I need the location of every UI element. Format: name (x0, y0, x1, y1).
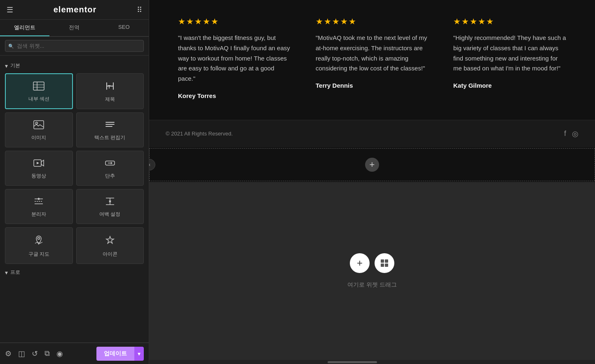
basic-widget-grid: 내부 섹션 T 제목 (5, 73, 144, 264)
drop-buttons: + (350, 253, 394, 273)
widget-google-maps-label: 구글 지도 (28, 251, 49, 258)
widget-spacer-label: 여백 설정 (99, 211, 120, 218)
image-icon (33, 120, 44, 131)
facebook-icon[interactable]: f (564, 129, 566, 138)
button-icon (105, 159, 115, 169)
svg-rect-5 (34, 121, 44, 129)
drop-hint: 여기로 위젯 드래그 (347, 281, 397, 289)
testimonial-column-1: ★★★★★ "I wasn't the biggest fitness guy,… (166, 16, 303, 99)
widget-video-label: 동영상 (31, 173, 46, 180)
widget-video[interactable]: 동영상 (5, 151, 73, 186)
svg-text:T: T (108, 85, 110, 89)
testimonial-text-2: "MotivAQ took me to the next level of my… (316, 33, 429, 74)
widget-button-label: 단추 (105, 173, 115, 180)
stars-2: ★★★★★ (316, 16, 429, 26)
testimonial-name-2: Terry Dennis (316, 82, 429, 89)
search-input[interactable] (5, 40, 144, 52)
left-header: ☰ elementor ⠿ (0, 0, 149, 20)
widget-button[interactable]: 단추 (76, 151, 144, 186)
widget-heading[interactable]: T 제목 (76, 73, 144, 109)
widget-inner-section-label: 내부 섹션 (28, 96, 49, 103)
left-panel: ☰ elementor ⠿ 엘리먼트 전역 SEO 기본 (0, 0, 149, 364)
svg-marker-15 (37, 198, 39, 200)
scrollbar-thumb (328, 361, 377, 363)
widget-text-editor-label: 텍스트 편집기 (94, 134, 125, 141)
icon-icon (105, 235, 115, 247)
pro-section-header: 프로 (5, 269, 144, 276)
widget-spacer[interactable]: 여백 설정 (76, 189, 144, 224)
basic-section-header: 기본 (5, 62, 144, 69)
svg-rect-0 (33, 82, 44, 90)
testimonial-name-1: Korey Torres (178, 92, 291, 99)
add-section-zone: ‹ + (149, 147, 595, 182)
widget-image-label: 이미지 (31, 134, 46, 141)
widget-divider[interactable]: 분리자 (5, 189, 73, 224)
history-icon[interactable]: ↺ (32, 349, 38, 358)
grid-icon[interactable]: ⠿ (137, 5, 142, 14)
widget-icon-label: 아이콘 (103, 251, 117, 258)
bottom-bar: ⚙ ◫ ↺ ⧉ ◉ 업데이트 ▾ (0, 343, 149, 364)
inner-section-icon (33, 82, 45, 92)
add-template-button[interactable] (375, 253, 394, 273)
update-button[interactable]: 업데이트 (96, 347, 134, 361)
tab-seo[interactable]: SEO (99, 20, 149, 36)
canvas: ★★★★★ "I wasn't the biggest fitness guy,… (149, 0, 595, 364)
testimonial-column-2: ★★★★★ "MotivAQ took me to the next level… (303, 16, 441, 99)
tab-global[interactable]: 전역 (49, 20, 99, 36)
drop-section: + 여기로 위젯 드래그 (149, 182, 595, 360)
widget-icon[interactable]: 아이콘 (76, 227, 144, 264)
video-icon (33, 159, 44, 169)
divider-icon (33, 197, 44, 208)
widget-text-editor[interactable]: 텍스트 편집기 (76, 112, 144, 147)
settings-icon[interactable]: ⚙ (5, 349, 12, 358)
search-box (0, 37, 149, 56)
spacer-icon (105, 197, 115, 208)
svg-rect-26 (381, 259, 384, 263)
elementor-logo: elementor (54, 5, 97, 14)
update-group: 업데이트 ▾ (96, 347, 144, 361)
add-widget-button[interactable]: + (350, 253, 370, 273)
bottom-left-icons: ⚙ ◫ ↺ ⧉ ◉ (5, 349, 63, 358)
footer-section: © 2021 All Rights Reserved. f ◎ (149, 120, 595, 147)
tab-elements[interactable]: 엘리먼트 (0, 20, 49, 36)
tabs-row: 엘리먼트 전역 SEO (0, 20, 149, 37)
testimonial-text-3: "Highly recommended! They have such a bi… (453, 33, 566, 74)
testimonial-name-3: Katy Gilmore (453, 82, 566, 89)
widget-inner-section[interactable]: 내부 섹션 (5, 73, 73, 109)
testimonial-column-3: ★★★★★ "Highly recommended! They have suc… (441, 16, 579, 99)
testimonial-text-1: "I wasn't the biggest fitness guy, but t… (178, 33, 291, 84)
widget-image[interactable]: 이미지 (5, 112, 73, 147)
preview-icon[interactable]: ◉ (56, 349, 63, 358)
stars-1: ★★★★★ (178, 16, 291, 26)
testimonials-section: ★★★★★ "I wasn't the biggest fitness guy,… (149, 0, 595, 120)
canvas-wrapper: ★★★★★ "I wasn't the biggest fitness guy,… (149, 0, 595, 360)
dashed-area: ‹ + (149, 148, 595, 181)
stars-3: ★★★★★ (453, 16, 566, 26)
svg-point-25 (38, 238, 40, 240)
bottom-scrollbar[interactable] (149, 360, 595, 364)
svg-rect-29 (385, 264, 388, 267)
add-section-button[interactable]: + (365, 158, 379, 172)
heading-icon: T (105, 81, 115, 93)
svg-point-6 (36, 122, 38, 124)
search-wrapper (5, 40, 144, 52)
map-icon (33, 235, 44, 247)
responsive-icon[interactable]: ⧉ (45, 349, 50, 358)
layers-icon[interactable]: ◫ (18, 349, 25, 358)
svg-rect-28 (381, 264, 384, 267)
collapse-arrow[interactable]: ‹ (149, 159, 155, 170)
widget-google-maps[interactable]: 구글 지도 (5, 227, 73, 264)
footer-icons: f ◎ (564, 129, 579, 138)
hamburger-icon[interactable]: ☰ (7, 5, 13, 14)
instagram-icon[interactable]: ◎ (572, 129, 579, 138)
widget-divider-label: 분리자 (31, 211, 46, 218)
widget-heading-label: 제목 (105, 96, 115, 103)
svg-rect-27 (385, 259, 388, 263)
text-editor-icon (105, 120, 115, 131)
widget-list: 기본 내부 섹션 T (0, 56, 149, 343)
update-chevron-button[interactable]: ▾ (134, 347, 144, 361)
copyright-text: © 2021 All Rights Reserved. (166, 131, 233, 137)
